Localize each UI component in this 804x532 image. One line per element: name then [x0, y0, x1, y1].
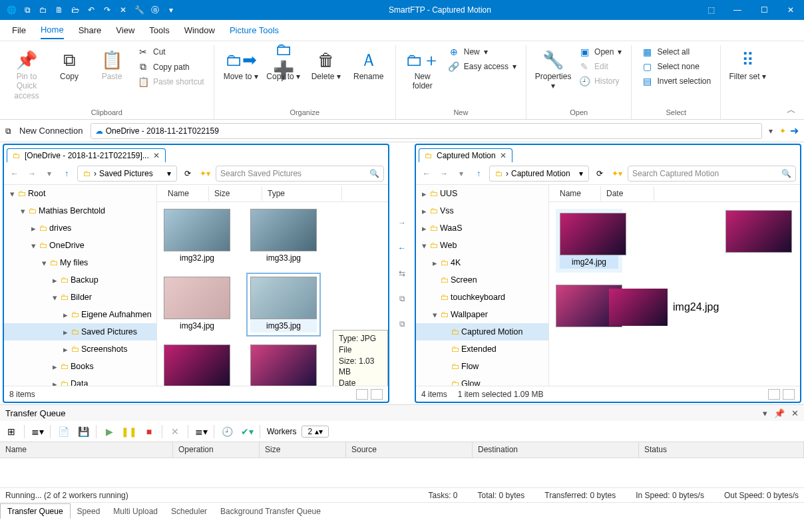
col-name[interactable]: Name [162, 186, 209, 201]
tree-item[interactable]: ▾🗀Bilder [4, 289, 156, 306]
left-pane-tab[interactable]: 🗀 [OneDrive - 2018-11-21T022159]... ✕ [7, 148, 166, 162]
qat-redo-icon[interactable]: ↷ [100, 3, 114, 17]
qat-wrench-icon[interactable]: 🔧 [132, 3, 146, 17]
invert-selection-button[interactable]: ▤Invert selection [638, 74, 713, 88]
tree-item[interactable]: 🗀Flow [416, 358, 548, 375]
new-connection-icon[interactable]: ⧉ [5, 126, 11, 136]
copy-button[interactable]: ⧉Copy [49, 45, 89, 84]
address-box[interactable]: ☁ OneDrive - 2018-11-21T022159 [91, 123, 762, 139]
tq-stop-icon[interactable]: ■ [140, 424, 158, 440]
new-folder-button[interactable]: 🗀＋New folder [403, 45, 443, 94]
tq-check-icon[interactable]: ✔▾ [238, 424, 256, 440]
cut-button[interactable]: ✂Cut [134, 45, 207, 59]
filter-set-button[interactable]: ⠿Filter set ▾ [727, 45, 767, 84]
tree-item[interactable]: ▸🗀Backup [4, 271, 156, 289]
tree-item[interactable]: ▸🗀UUS [416, 185, 548, 202]
tq-save-icon[interactable]: 💾 [75, 424, 92, 440]
btab-transfer-queue[interactable]: Transfer Queue [0, 503, 71, 519]
mid-button-3[interactable]: ⇆ [394, 265, 410, 281]
history-dropdown[interactable]: ▾ [455, 169, 468, 178]
tqcol-source[interactable]: Source [346, 442, 473, 458]
select-none-button[interactable]: ▢Select none [638, 60, 713, 73]
tree-item[interactable]: ▾🗀Wallpaper [416, 306, 548, 323]
tab-file[interactable]: File [12, 22, 26, 39]
mid-button-4[interactable]: ⧉ [394, 291, 410, 307]
btab-background[interactable]: Background Transfer Queue [214, 504, 327, 519]
thumbnail[interactable]: img24.jpg [556, 209, 622, 273]
left-breadcrumb[interactable]: 🗀 › Saved Pictures▾ [77, 166, 177, 182]
copy-to-button[interactable]: 🗀➕Copy to ▾ [264, 45, 303, 84]
delete-button[interactable]: 🗑Delete ▾ [306, 45, 346, 84]
address-dropdown-button[interactable]: ▾ [766, 126, 775, 136]
thumbnail[interactable]: img35.jpg [250, 277, 317, 332]
tq-close-icon[interactable]: ✕ [791, 408, 799, 418]
extra-window-icon[interactable]: ⬚ [698, 0, 724, 20]
tqcol-name[interactable]: Name [0, 442, 173, 458]
tree-item[interactable]: ▸🗀4K [416, 254, 548, 271]
tree-item[interactable]: ▸🗀Eigene Aufnahmen [4, 306, 156, 323]
view-list-button[interactable] [768, 389, 780, 400]
up-button[interactable]: ↑ [472, 169, 485, 178]
thumbnail[interactable]: img32.jpg [164, 209, 230, 265]
qat-btn-1[interactable]: ⧉ [20, 3, 35, 17]
tq-list-icon[interactable]: ≣▾ [192, 424, 210, 440]
qat-app-icon[interactable]: 🌐 [4, 3, 19, 17]
tq-toolbtn-2[interactable]: ≣▾ [29, 424, 46, 440]
favorite-button[interactable]: ✦▾ [198, 169, 212, 178]
tab-window[interactable]: Window [184, 22, 215, 39]
right-search-input[interactable]: Search Captured Motion🔍 [628, 166, 796, 182]
left-tree[interactable]: ▾🗀Root▾🗀Mathias Berchtold▸🗀drives▾🗀OneDr… [4, 185, 157, 386]
tab-close-icon[interactable]: ✕ [500, 151, 506, 160]
tab-picture-tools[interactable]: Picture Tools [230, 22, 279, 39]
rename-button[interactable]: ＡRename [349, 45, 389, 84]
qat-btn-3[interactable]: 🗎 [52, 3, 67, 17]
tree-item[interactable]: 🗀Captured Motion [416, 323, 548, 340]
col-size[interactable]: Size [209, 186, 262, 201]
mid-button-5[interactable]: ⧉ [394, 316, 410, 332]
tree-item[interactable]: ▾🗀My files [4, 254, 156, 271]
close-button[interactable]: ✕ [777, 0, 804, 20]
back-button[interactable]: ← [420, 169, 433, 178]
tree-item[interactable]: ▸🗀Screenshots [4, 340, 156, 358]
open-button[interactable]: ▣Open ▾ [576, 45, 624, 59]
history-button[interactable]: 🕘History [576, 74, 624, 88]
btab-scheduler[interactable]: Scheduler [164, 504, 214, 519]
refresh-button[interactable]: ⟳ [593, 169, 606, 178]
favorite-button[interactable]: ✦▾ [610, 169, 624, 178]
tree-item[interactable]: ▸🗀Saved Pictures [4, 323, 156, 340]
qat-close-icon[interactable]: ✕ [116, 3, 130, 17]
tree-item[interactable]: ▸🗀drives [4, 219, 156, 237]
qat-btn-2[interactable]: 🗀 [36, 3, 51, 17]
tq-body[interactable] [0, 458, 804, 487]
col-type[interactable]: Type [262, 186, 342, 201]
left-search-input[interactable]: Search Saved Pictures🔍 [216, 166, 384, 182]
tq-clock-icon[interactable]: 🕘 [218, 424, 236, 440]
thumbnail[interactable]: img33.jpg [250, 209, 317, 265]
thumbnail[interactable]: img24.jpg [164, 344, 230, 386]
forward-button[interactable]: → [437, 169, 451, 178]
tab-view[interactable]: View [116, 22, 134, 39]
tq-add-icon[interactable]: 📄 [55, 424, 72, 440]
copypath-button[interactable]: ⧉Copy path [134, 60, 207, 74]
tab-tools[interactable]: Tools [149, 22, 169, 39]
transfer-left-button[interactable]: ← [394, 240, 410, 256]
tq-pause-icon[interactable]: ❚❚ [120, 424, 138, 440]
right-thumbnails[interactable]: img24.jpg img24.jpg [549, 202, 800, 386]
thumbnail[interactable]: img25.jpg [250, 344, 317, 386]
tq-menu-icon[interactable]: ▾ [763, 408, 767, 418]
tq-pin-icon[interactable]: 📌 [774, 408, 785, 418]
go-forward-icon[interactable]: ➜ [790, 124, 799, 137]
right-tree[interactable]: ▸🗀UUS▸🗀Vss▸🗀WaaS▾🗀Web▸🗀4K🗀Screen🗀touchke… [416, 185, 549, 386]
col-date[interactable]: Date [601, 186, 654, 201]
view-list-button[interactable] [356, 389, 368, 400]
forward-button[interactable]: → [25, 169, 39, 178]
new-item-button[interactable]: ⊕New ▾ [445, 45, 519, 59]
tree-item[interactable]: ▸🗀Books [4, 358, 156, 375]
new-connection-label[interactable]: New Connection [15, 126, 87, 136]
tq-delete-icon[interactable]: ✕ [166, 424, 184, 440]
transfer-right-button[interactable]: → [394, 215, 410, 231]
col-name[interactable]: Name [554, 186, 601, 201]
workers-spinner[interactable]: 2▴▾ [302, 426, 329, 438]
qat-undo-icon[interactable]: ↶ [84, 3, 99, 17]
tqcol-size[interactable]: Size [260, 442, 346, 458]
